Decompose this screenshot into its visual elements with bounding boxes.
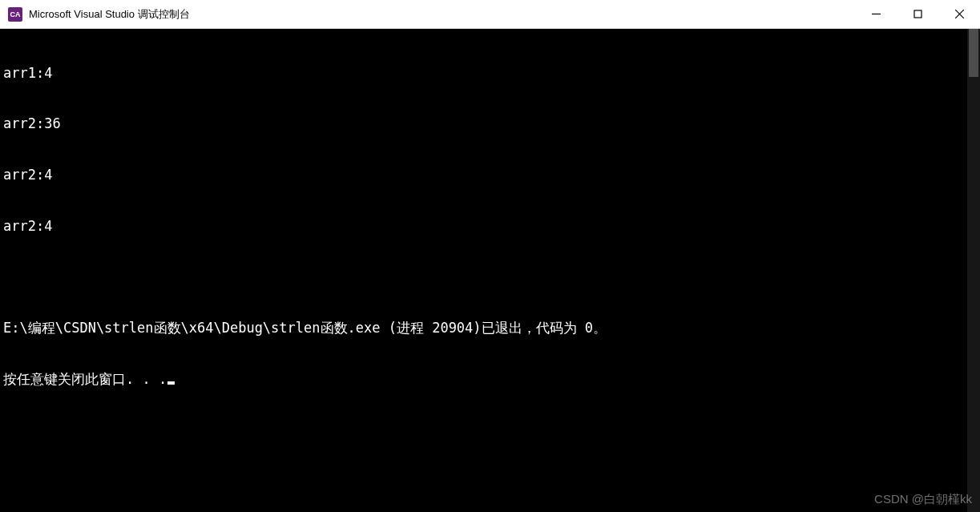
svg-rect-0 (914, 10, 922, 18)
close-icon (955, 10, 964, 18)
output-line: arr2:4 (3, 218, 977, 235)
prompt-line: 按任意键关闭此窗口. . . (3, 371, 977, 388)
cursor-icon (167, 381, 175, 385)
window-controls (855, 0, 980, 28)
visual-studio-icon: CA (8, 7, 22, 22)
maximize-button[interactable] (897, 0, 938, 28)
maximize-icon (913, 10, 922, 18)
console-output[interactable]: arr1:4 arr2:36 arr2:4 arr2:4 E:\编程\CSDN\… (0, 29, 980, 512)
output-line: arr1:4 (3, 65, 977, 82)
titlebar: CA Microsoft Visual Studio 调试控制台 (0, 0, 980, 29)
window-title: Microsoft Visual Studio 调试控制台 (29, 7, 190, 22)
minimize-icon (872, 10, 881, 18)
exit-message: E:\编程\CSDN\strlen函数\x64\Debug\strlen函数.e… (3, 320, 977, 337)
output-line: arr2:4 (3, 167, 977, 183)
close-button[interactable] (938, 0, 980, 28)
prompt-message: 按任意键关闭此窗口. . . (3, 371, 167, 387)
output-line: arr2:36 (3, 115, 977, 132)
scrollbar-thumb[interactable] (969, 29, 978, 77)
titlebar-left: CA Microsoft Visual Studio 调试控制台 (0, 7, 190, 22)
blank-line (3, 269, 977, 286)
minimize-button[interactable] (855, 0, 897, 28)
vertical-scrollbar[interactable] (967, 29, 980, 512)
